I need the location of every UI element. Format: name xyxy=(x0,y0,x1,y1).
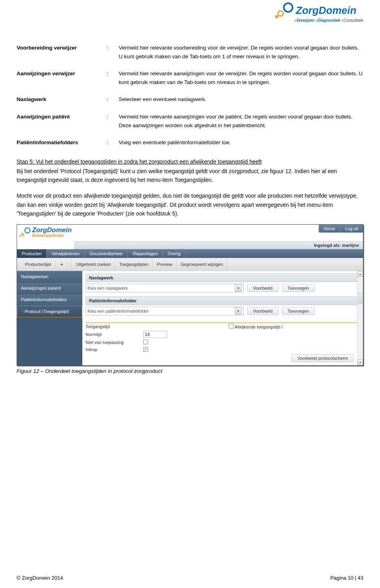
login-bar: Ingelogd als: martijnv xyxy=(74,241,363,249)
sidebar-item-protocol-toegangstijd[interactable]: –Protocol (Toegangstijd) xyxy=(17,305,82,317)
app-brand: ZorgDomein Beheerapplicatie xyxy=(17,225,74,238)
subtab-toegangstijden[interactable]: Toegangstijden xyxy=(115,258,153,271)
panel-title-naslagwerk: Naslagwerk xyxy=(86,273,360,282)
nav-home[interactable]: Home xyxy=(319,225,340,233)
def-colon: : xyxy=(107,69,116,86)
sidebar: Naslagwerken Aanwijzingen patiënt Patiën… xyxy=(17,271,82,365)
logo-tagline: eVerwijzen eDiagnostiek eConsultatie xyxy=(294,18,363,23)
panel-title-patientinformatiefolder: Patiëntinformatiefolder xyxy=(86,296,360,305)
def-colon: : xyxy=(107,95,116,104)
def-colon: : xyxy=(107,44,116,61)
subtab-uitgebreid-zoeken[interactable]: Uitgebreid zoeken xyxy=(72,258,115,271)
scroll-up-icon[interactable]: ▲ xyxy=(357,271,363,277)
def-label: Naslagwerk xyxy=(17,95,104,104)
figure-caption: Figuur 12 – Onderdeel toegangstijden in … xyxy=(17,368,363,374)
definition-list: Voorbereiding verwijzer : Vermeld hier r… xyxy=(17,44,363,147)
top-nav: Home Log uit xyxy=(319,225,363,233)
app-brand-sub: Beheerapplicatie xyxy=(32,233,72,238)
label-afwijkend: Afwijkende toegangstijd xyxy=(234,325,280,329)
tab-overig[interactable]: Overig xyxy=(163,249,185,258)
app-brand-text: ZorgDomein xyxy=(32,226,72,234)
subtab-gegroepeerd-wijzigen[interactable]: Gegroepeerd wijzigen xyxy=(177,258,227,271)
sub-tabs: Productenlijst+ Uitgebreid zoeken Toegan… xyxy=(17,258,363,271)
plus-icon: + xyxy=(57,261,67,268)
voorbeeld-button[interactable]: Voorbeeld xyxy=(247,307,279,315)
subtab-productenlijst[interactable]: Productenlijst+ xyxy=(17,258,72,271)
sidebar-item-naslagwerken[interactable]: Naslagwerken xyxy=(17,271,82,283)
def-value: Vermeld hier relevante aanwijzingen voor… xyxy=(119,69,363,86)
paragraph: Bij het onderdeel 'Protocol (Toegangstij… xyxy=(17,167,363,185)
brand-logo: ZorgDomein eVerwijzen eDiagnostiek eCons… xyxy=(275,2,363,23)
select-naslagwerk[interactable]: Kies een naslagwerk ▼ xyxy=(86,284,244,292)
scroll-thumb[interactable] xyxy=(358,293,362,304)
label-normtijd: Normtijd xyxy=(86,332,141,337)
toevoegen-button[interactable]: Toevoegen xyxy=(282,307,315,315)
checkbox-nvt[interactable] xyxy=(143,340,148,344)
def-colon: : xyxy=(107,138,116,147)
subtab-preview[interactable]: Preview xyxy=(153,258,177,271)
info-icon[interactable]: i xyxy=(281,325,283,329)
toevoegen-button[interactable]: Toevoegen xyxy=(282,284,315,292)
def-value: Selecteer een eventueel naslagwerk. xyxy=(119,95,363,104)
tab-verwijsbrieven[interactable]: Verwijsbrieven xyxy=(47,249,85,258)
panel-section-divider xyxy=(86,319,360,323)
scrollbar[interactable]: ▲ ▼ xyxy=(357,271,363,365)
tab-rapportages[interactable]: Rapportages xyxy=(128,249,163,258)
label-niet-van-toepassing: Niet van toepassing xyxy=(86,340,141,345)
def-label: Aanwijzingen verwijzer xyxy=(17,69,104,86)
logo-mark-icon xyxy=(275,2,293,18)
footer-right: Pagina 10 | 43 xyxy=(330,575,363,581)
tab-documentbeheer[interactable]: Documentbeheer xyxy=(85,249,128,258)
def-label: Voorbereiding verwijzer xyxy=(17,44,104,61)
content-pane: Naslagwerk Kies een naslagwerk ▼ Voorbee… xyxy=(82,271,363,365)
select-patientinformatiefolder[interactable]: Kies een patiëntinformatiefolder ▼ xyxy=(86,307,244,315)
input-normtijd[interactable] xyxy=(143,331,167,338)
label-toegangstijd: Toegangstijd xyxy=(86,324,141,329)
nav-logout[interactable]: Log uit xyxy=(340,225,363,233)
def-value: Voeg een eventuele patiëntinformatiefold… xyxy=(119,138,363,147)
step-heading: Stap 5: Vul het onderdeel toegangstijden… xyxy=(17,158,262,165)
def-label: Patiëntinformatiefolders xyxy=(17,138,104,147)
scroll-down-icon[interactable]: ▼ xyxy=(357,359,363,365)
footer-left: © ZorgDomein 2014 xyxy=(17,575,63,581)
paragraph: Mocht voor dit product een afwijkende to… xyxy=(17,191,363,218)
sidebar-item-patientinformatiefolders[interactable]: Patiëntinformatiefolders xyxy=(17,294,82,305)
body-text: Stap 5: Vul het onderdeel toegangstijden… xyxy=(17,157,363,218)
page-footer: © ZorgDomein 2014 Pagina 10 | 43 xyxy=(17,575,363,581)
voorbeeld-protocolscherm-button[interactable]: Voorbeeld protocolscherm xyxy=(291,354,354,362)
main-tabs: Producten Verwijsbrieven Documentbeheer … xyxy=(17,249,363,258)
tab-producten[interactable]: Producten xyxy=(17,249,47,258)
chevron-down-icon: ▼ xyxy=(235,307,242,315)
checkbox-inloop[interactable] xyxy=(143,347,148,352)
logo-text: ZorgDomein xyxy=(296,4,356,17)
chevron-down-icon: ▼ xyxy=(235,284,242,292)
app-screenshot: ZorgDomein Beheerapplicatie Home Log uit… xyxy=(17,224,363,366)
def-colon: : xyxy=(107,113,116,130)
def-value: Vermeld hier relevante voorbereiding voo… xyxy=(119,44,363,61)
sidebar-item-aanwijzingen-patient[interactable]: Aanwijzingen patiënt xyxy=(17,283,82,294)
logo-mark-icon xyxy=(19,227,30,237)
def-value: Vermeld hier relevante aanwijzingen voor… xyxy=(119,113,363,130)
checkbox-afwijkend[interactable] xyxy=(229,324,234,328)
label-inloop: Inloop xyxy=(86,347,141,352)
def-label: Aanwijzingen patiënt xyxy=(17,113,104,130)
voorbeeld-button[interactable]: Voorbeeld xyxy=(247,284,279,292)
